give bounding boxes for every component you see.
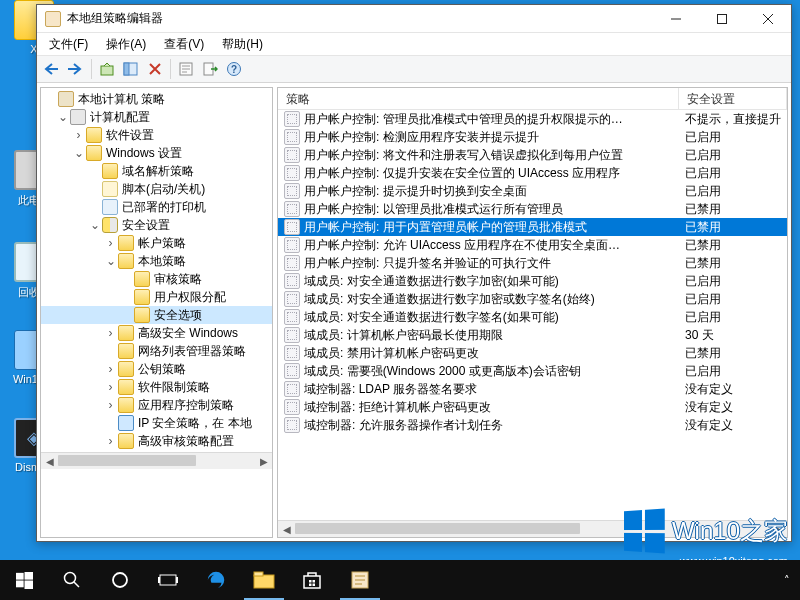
gpedit-taskbar-button[interactable] — [336, 560, 384, 600]
policy-icon — [284, 129, 300, 145]
delete-button[interactable] — [144, 58, 166, 80]
properties-button[interactable] — [175, 58, 197, 80]
tree-nlm-policy[interactable]: 网络列表管理器策略 — [41, 342, 272, 360]
nav-tree-pane[interactable]: 本地计算机 策略 ⌄计算机配置 ›软件设置 ⌄Windows 设置 域名解析策略… — [40, 87, 273, 538]
svg-rect-18 — [254, 572, 263, 576]
tree-name-resolution[interactable]: 域名解析策略 — [41, 162, 272, 180]
policy-icon — [284, 165, 300, 181]
minimize-button[interactable] — [653, 5, 699, 32]
scroll-right-icon[interactable]: ▶ — [255, 453, 272, 469]
tree-app-control[interactable]: ›应用程序控制策略 — [41, 396, 272, 414]
policy-setting: 已启用 — [679, 129, 787, 146]
nav-hscrollbar[interactable]: ◀ ▶ — [41, 452, 272, 469]
menu-help[interactable]: 帮助(H) — [216, 34, 269, 55]
policy-icon — [284, 147, 300, 163]
policy-row[interactable]: 域成员: 对安全通道数据进行数字签名(如果可能)已启用 — [278, 308, 787, 326]
policy-icon — [284, 291, 300, 307]
svg-text:?: ? — [231, 64, 237, 75]
list-header[interactable]: 策略 安全设置 — [278, 88, 787, 110]
close-button[interactable] — [745, 5, 791, 32]
policy-row[interactable]: 用户帐户控制: 管理员批准模式中管理员的提升权限提示的…不提示，直接提升 — [278, 110, 787, 128]
policy-setting: 已启用 — [679, 291, 787, 308]
maximize-button[interactable] — [699, 5, 745, 32]
tree-adv-firewall[interactable]: ›高级安全 Windows — [41, 324, 272, 342]
policy-setting: 已启用 — [679, 273, 787, 290]
policy-row[interactable]: 用户帐户控制: 检测应用程序安装并提示提升已启用 — [278, 128, 787, 146]
policy-row[interactable]: 域成员: 对安全通道数据进行数字加密(如果可能)已启用 — [278, 272, 787, 290]
policy-row[interactable]: 域成员: 对安全通道数据进行数字加密或数字签名(始终)已启用 — [278, 290, 787, 308]
edge-button[interactable] — [192, 560, 240, 600]
search-button[interactable] — [48, 560, 96, 600]
titlebar[interactable]: 本地组策略编辑器 — [37, 5, 791, 33]
tree-printers[interactable]: 已部署的打印机 — [41, 198, 272, 216]
task-view-button[interactable] — [144, 560, 192, 600]
col-header-policy[interactable]: 策略 — [278, 88, 679, 109]
policy-row[interactable]: 域成员: 需要强(Windows 2000 或更高版本)会话密钥已启用 — [278, 362, 787, 380]
start-button[interactable] — [0, 560, 48, 600]
menu-view[interactable]: 查看(V) — [158, 34, 210, 55]
policy-setting: 已启用 — [679, 147, 787, 164]
back-button[interactable] — [41, 58, 63, 80]
help-button[interactable]: ? — [223, 58, 245, 80]
tree-local-policy[interactable]: ⌄本地策略 — [41, 252, 272, 270]
tree-software-settings[interactable]: ›软件设置 — [41, 126, 272, 144]
policy-row[interactable]: 用户帐户控制: 允许 UIAccess 应用程序在不使用安全桌面…已禁用 — [278, 236, 787, 254]
tray-chevron-icon[interactable]: ˄ — [784, 574, 790, 587]
policy-row[interactable]: 域控制器: 允许服务器操作者计划任务没有定义 — [278, 416, 787, 434]
policy-row[interactable]: 用户帐户控制: 只提升签名并验证的可执行文件已禁用 — [278, 254, 787, 272]
export-list-button[interactable] — [199, 58, 221, 80]
policy-row[interactable]: 用户帐户控制: 用于内置管理员帐户的管理员批准模式已禁用 — [278, 218, 787, 236]
svg-rect-10 — [16, 580, 24, 587]
policy-row[interactable]: 域控制器: 拒绝计算机帐户密码更改没有定义 — [278, 398, 787, 416]
windows-logo-icon — [624, 508, 665, 553]
policy-setting: 没有定义 — [679, 399, 787, 416]
tree-software-restrict[interactable]: ›软件限制策略 — [41, 378, 272, 396]
tree-scripts[interactable]: 脚本(启动/关机) — [41, 180, 272, 198]
twisty-icon[interactable] — [43, 92, 58, 107]
scroll-left-icon[interactable]: ◀ — [41, 453, 58, 469]
taskbar[interactable]: ˄ — [0, 560, 800, 600]
tree-account-policy[interactable]: ›帐户策略 — [41, 234, 272, 252]
policy-setting: 已启用 — [679, 165, 787, 182]
tree-root[interactable]: 本地计算机 策略 — [41, 90, 272, 108]
tree-audit-policy[interactable]: 审核策略 — [41, 270, 272, 288]
cortana-button[interactable] — [96, 560, 144, 600]
menu-file[interactable]: 文件(F) — [43, 34, 94, 55]
tree-security-settings[interactable]: ⌄安全设置 — [41, 216, 272, 234]
tree-security-options[interactable]: 安全选项 — [41, 306, 272, 324]
policy-row[interactable]: 域控制器: LDAP 服务器签名要求没有定义 — [278, 380, 787, 398]
svg-point-13 — [113, 573, 127, 587]
policy-icon — [284, 381, 300, 397]
policy-name: 用户帐户控制: 提示提升时切换到安全桌面 — [304, 183, 527, 200]
up-button[interactable] — [96, 58, 118, 80]
policy-icon — [284, 111, 300, 127]
tree-adv-audit[interactable]: ›高级审核策略配置 — [41, 432, 272, 450]
policy-row[interactable]: 用户帐户控制: 将文件和注册表写入错误虚拟化到每用户位置已启用 — [278, 146, 787, 164]
policy-row[interactable]: 用户帐户控制: 仅提升安装在安全位置的 UIAccess 应用程序已启用 — [278, 164, 787, 182]
policy-name: 域控制器: LDAP 服务器签名要求 — [304, 381, 477, 398]
policy-row[interactable]: 用户帐户控制: 以管理员批准模式运行所有管理员已禁用 — [278, 200, 787, 218]
policy-row[interactable]: 用户帐户控制: 提示提升时切换到安全桌面已启用 — [278, 182, 787, 200]
store-button[interactable] — [288, 560, 336, 600]
show-hide-tree-button[interactable] — [120, 58, 142, 80]
tree-user-rights[interactable]: 用户权限分配 — [41, 288, 272, 306]
policy-row[interactable]: 域成员: 计算机帐户密码最长使用期限30 天 — [278, 326, 787, 344]
svg-rect-14 — [160, 575, 176, 585]
tree-windows-settings[interactable]: ⌄Windows 设置 — [41, 144, 272, 162]
tree-public-key[interactable]: ›公钥策略 — [41, 360, 272, 378]
scroll-left-icon[interactable]: ◀ — [278, 521, 295, 537]
menu-action[interactable]: 操作(A) — [100, 34, 152, 55]
file-explorer-button[interactable] — [240, 560, 288, 600]
col-header-security[interactable]: 安全设置 — [679, 88, 787, 109]
system-tray[interactable]: ˄ — [774, 574, 800, 587]
list-body[interactable]: 用户帐户控制: 管理员批准模式中管理员的提升权限提示的…不提示，直接提升用户帐户… — [278, 110, 787, 520]
policy-name: 域成员: 禁用计算机帐户密码更改 — [304, 345, 479, 362]
tree-ip-sec[interactable]: IP 安全策略，在 本地 — [41, 414, 272, 432]
forward-button[interactable] — [65, 58, 87, 80]
policy-icon — [284, 417, 300, 433]
policy-row[interactable]: 域成员: 禁用计算机帐户密码更改已禁用 — [278, 344, 787, 362]
window-icon — [45, 11, 61, 27]
policy-name: 域成员: 需要强(Windows 2000 或更高版本)会话密钥 — [304, 363, 581, 380]
window-title: 本地组策略编辑器 — [67, 10, 653, 27]
tree-computer-config[interactable]: ⌄计算机配置 — [41, 108, 272, 126]
